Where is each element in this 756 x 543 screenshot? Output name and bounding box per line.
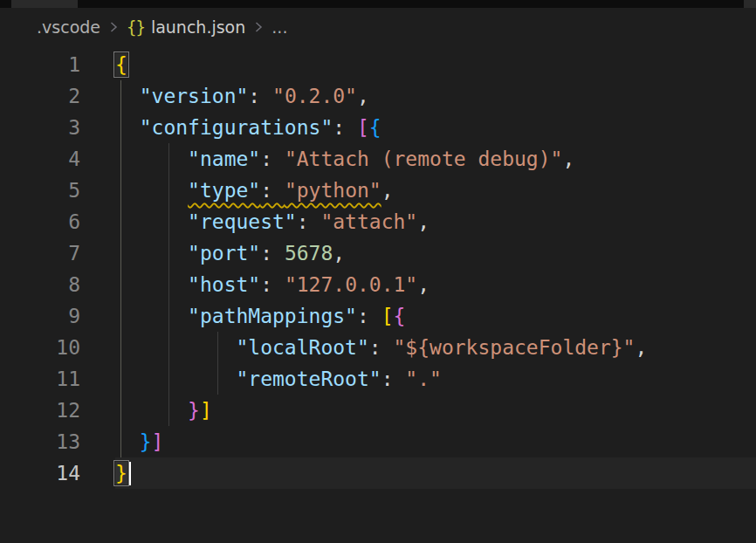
- code-token: "attach": [320, 210, 417, 233]
- code-line-text[interactable]: "name": "Attach (remote debug)",: [115, 143, 756, 175]
- tab[interactable]: [744, 0, 756, 8]
- code-line[interactable]: 1{: [0, 49, 756, 80]
- matched-bracket: {: [115, 53, 127, 76]
- code-token: "0.2.0": [272, 85, 357, 107]
- code-token: :: [381, 368, 406, 390]
- line-number[interactable]: 5: [0, 175, 80, 206]
- code-token: :: [369, 336, 394, 359]
- breadcrumb-file-label: launch.json: [151, 17, 245, 37]
- code-token: [115, 85, 140, 107]
- code-token: ,: [333, 242, 345, 265]
- line-number[interactable]: 2: [0, 80, 80, 112]
- code-line-text[interactable]: "version": "0.2.0",: [115, 80, 756, 112]
- code-line[interactable]: 2 "version": "0.2.0",: [0, 80, 756, 112]
- code-token: [: [381, 305, 394, 327]
- code-token: ".": [405, 368, 442, 390]
- code-token: [115, 210, 188, 233]
- code-line[interactable]: 8 "host": "127.0.0.1",: [0, 269, 756, 300]
- code-line[interactable]: 10 "localRoot": "${workspaceFolder}",: [0, 332, 756, 363]
- code-line[interactable]: 9 "pathMappings": [{: [0, 300, 756, 332]
- code-token: }: [140, 430, 152, 453]
- code-line[interactable]: 13 }]: [0, 426, 756, 457]
- code-line[interactable]: 6 "request": "attach",: [0, 206, 756, 237]
- line-number[interactable]: 14: [0, 457, 80, 489]
- code-line-text[interactable]: "port": 5678,: [115, 237, 756, 269]
- code-line[interactable]: 7 "port": 5678,: [0, 237, 756, 269]
- indent-guide: [168, 300, 169, 332]
- chevron-right-icon: [108, 19, 119, 35]
- code-line-text[interactable]: "localRoot": "${workspaceFolder}",: [115, 332, 756, 363]
- indent-guide: [168, 269, 169, 300]
- code-token: 5678: [285, 242, 333, 265]
- code-line-text[interactable]: }: [115, 457, 756, 489]
- indent-guide: [120, 206, 121, 237]
- code-token: {: [369, 116, 381, 139]
- breadcrumb-item-folder[interactable]: .vscode: [37, 17, 100, 37]
- code-line-text[interactable]: "host": "127.0.0.1",: [115, 269, 756, 300]
- code-token: :: [260, 242, 285, 265]
- indent-guide: [120, 237, 121, 269]
- code-token: {: [394, 305, 406, 327]
- line-number[interactable]: 10: [0, 332, 80, 363]
- tab[interactable]: [11, 0, 78, 8]
- code-token: ]: [152, 430, 164, 453]
- code-editor[interactable]: 1{2 "version": "0.2.0",3 "configurations…: [0, 46, 756, 543]
- code-line-text[interactable]: "configurations": [{: [115, 112, 756, 143]
- line-number[interactable]: 4: [0, 143, 80, 175]
- indent-guide: [120, 143, 121, 175]
- code-token: :: [260, 148, 285, 170]
- code-token: "remoteRoot": [236, 368, 381, 390]
- code-line[interactable]: 4 "name": "Attach (remote debug)",: [0, 143, 756, 175]
- line-number[interactable]: 8: [0, 269, 80, 300]
- code-line[interactable]: 5 "type": "python",: [0, 175, 756, 206]
- line-number[interactable]: 6: [0, 206, 80, 237]
- code-line-text[interactable]: "type": "python",: [115, 175, 756, 206]
- code-line-text[interactable]: "pathMappings": [{: [115, 300, 756, 332]
- code-line-text[interactable]: }]: [115, 426, 756, 457]
- code-token: "name": [188, 148, 260, 170]
- breadcrumb-item-ellipsis[interactable]: ...: [271, 17, 287, 37]
- code-line-text[interactable]: {: [115, 49, 756, 80]
- code-line-text[interactable]: "remoteRoot": ".": [115, 363, 756, 395]
- indent-guide: [120, 426, 121, 457]
- code-token: ,: [417, 273, 430, 296]
- indent-guide: [217, 363, 218, 395]
- line-number[interactable]: 12: [0, 395, 80, 426]
- code-token: [115, 242, 188, 265]
- code-token: ,: [635, 336, 647, 359]
- code-line-text[interactable]: "request": "attach",: [115, 206, 756, 237]
- indent-guide: [168, 332, 169, 363]
- line-number[interactable]: 3: [0, 112, 80, 143]
- tab-bar-strip: [0, 0, 756, 8]
- code-line[interactable]: 11 "remoteRoot": ".": [0, 363, 756, 395]
- code-token: ,: [357, 85, 369, 107]
- code-line-text[interactable]: }]: [115, 395, 756, 426]
- matched-bracket: }: [115, 462, 127, 485]
- line-number[interactable]: 7: [0, 237, 80, 269]
- code-token: }: [188, 399, 200, 422]
- code-token: [115, 148, 188, 170]
- code-token: :: [333, 116, 357, 139]
- code-token: "pathMappings": [188, 305, 357, 327]
- breadcrumb-item-file[interactable]: {} launch.json: [127, 17, 245, 37]
- indent-guide: [168, 363, 169, 395]
- line-number[interactable]: 9: [0, 300, 80, 332]
- warning-squiggle: "type": "python": [188, 179, 381, 202]
- line-number[interactable]: 1: [0, 49, 80, 80]
- code-token: "python": [285, 179, 381, 202]
- code-line[interactable]: 3 "configurations": [{: [0, 112, 756, 143]
- chevron-right-icon: [253, 19, 264, 35]
- code-token: :: [248, 85, 272, 107]
- code-token: "localRoot": [236, 336, 368, 359]
- indent-guide: [120, 269, 121, 300]
- code-token: ,: [562, 148, 574, 170]
- code-token: [115, 305, 188, 327]
- code-token: [115, 273, 188, 296]
- code-token: [115, 430, 140, 453]
- line-number[interactable]: 11: [0, 363, 80, 395]
- code-token: [: [357, 116, 369, 139]
- code-line[interactable]: 14}: [0, 457, 756, 489]
- line-number[interactable]: 13: [0, 426, 80, 457]
- code-line[interactable]: 12 }]: [0, 395, 756, 426]
- indent-guide: [168, 206, 169, 237]
